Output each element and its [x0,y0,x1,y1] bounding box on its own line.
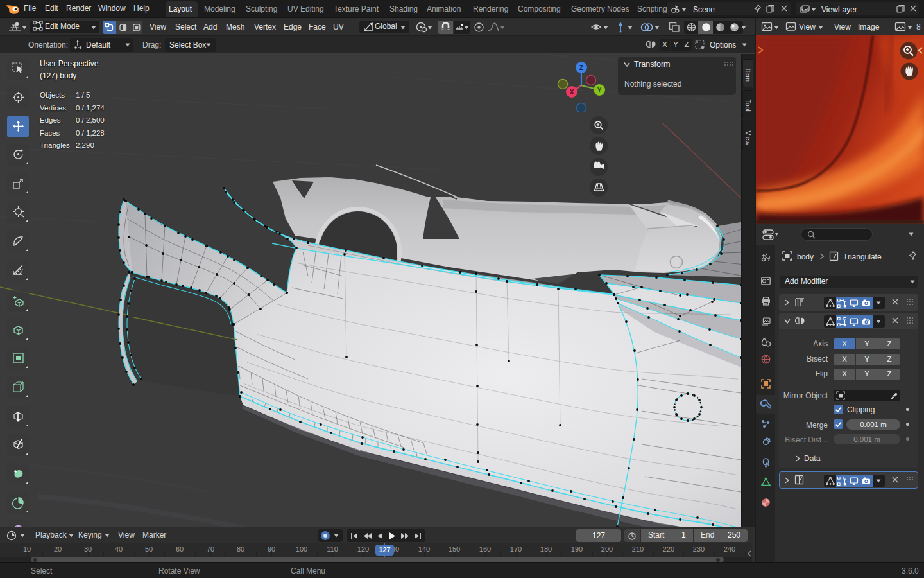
svg-text:Z: Z [579,64,583,71]
svg-text:X: X [570,89,574,96]
svg-text:Y: Y [597,87,602,94]
